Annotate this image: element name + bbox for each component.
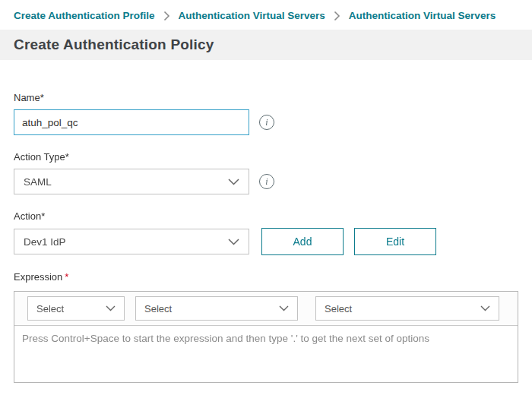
chevron-down-icon <box>228 239 239 245</box>
action-type-label: Action Type* <box>14 151 518 163</box>
action-type-field: Action Type* SAML i <box>14 151 518 194</box>
create-authentication-policy-form: Name* i Action Type* SAML i Action* Dev1… <box>0 60 532 383</box>
page-title: Create Authentication Policy <box>14 36 214 53</box>
breadcrumb-link-authentication-virtual-servers[interactable]: Authentication Virtual Servers <box>179 10 325 21</box>
info-icon[interactable]: i <box>259 115 274 130</box>
chevron-down-icon <box>480 305 490 311</box>
action-type-select[interactable]: SAML <box>14 169 249 194</box>
expression-select-1-value: Select <box>36 303 64 314</box>
expression-select-2-value: Select <box>144 303 172 314</box>
action-type-selected-value: SAML <box>24 176 52 188</box>
expression-label-text: Expression <box>14 271 62 283</box>
action-type-required-mark: * <box>65 151 69 163</box>
action-selected-value: Dev1 IdP <box>24 236 66 248</box>
name-control-row: i <box>14 109 518 135</box>
name-field: Name* i <box>14 92 518 135</box>
breadcrumb-link-authentication-virtual-servers-current[interactable]: Authentication Virtual Servers <box>349 10 496 21</box>
expression-editor-body <box>14 326 518 382</box>
action-select[interactable]: Dev1 IdP <box>14 229 249 254</box>
breadcrumb-separator-icon <box>163 11 170 21</box>
action-required-mark: * <box>41 210 45 222</box>
expression-editor-toolbar: Select Select Select <box>14 292 518 326</box>
add-button[interactable]: Add <box>261 228 344 255</box>
chevron-down-icon <box>106 305 116 311</box>
info-icon[interactable]: i <box>259 174 274 189</box>
expression-label: Expression* <box>14 271 518 283</box>
chevron-down-icon <box>228 179 239 185</box>
action-control-row: Dev1 IdP Add Edit <box>14 228 518 255</box>
name-required-mark: * <box>40 92 44 103</box>
action-type-control-row: SAML i <box>14 169 518 194</box>
expression-required-mark: * <box>65 271 68 283</box>
page-header: Create Authentication Policy <box>0 30 532 60</box>
action-label: Action* <box>14 210 518 222</box>
expression-editor: Select Select Select <box>14 291 518 383</box>
expression-field: Expression* Select Select Select <box>14 271 518 383</box>
expression-select-1[interactable]: Select <box>27 296 125 321</box>
expression-select-3[interactable]: Select <box>315 296 499 321</box>
action-label-text: Action <box>14 210 41 222</box>
breadcrumb: Create Authentication Profile Authentica… <box>0 0 532 30</box>
breadcrumb-link-create-authentication-profile[interactable]: Create Authentication Profile <box>14 10 155 21</box>
name-input[interactable] <box>14 109 249 135</box>
edit-button[interactable]: Edit <box>354 228 436 255</box>
action-field: Action* Dev1 IdP Add Edit <box>14 210 518 255</box>
name-label-text: Name <box>14 92 40 103</box>
chevron-down-icon <box>279 305 289 311</box>
action-type-label-text: Action Type <box>14 151 65 163</box>
expression-select-2[interactable]: Select <box>135 296 298 321</box>
name-label: Name* <box>14 92 518 103</box>
expression-input[interactable] <box>14 326 518 382</box>
expression-select-3-value: Select <box>325 303 352 314</box>
breadcrumb-separator-icon <box>334 11 340 21</box>
